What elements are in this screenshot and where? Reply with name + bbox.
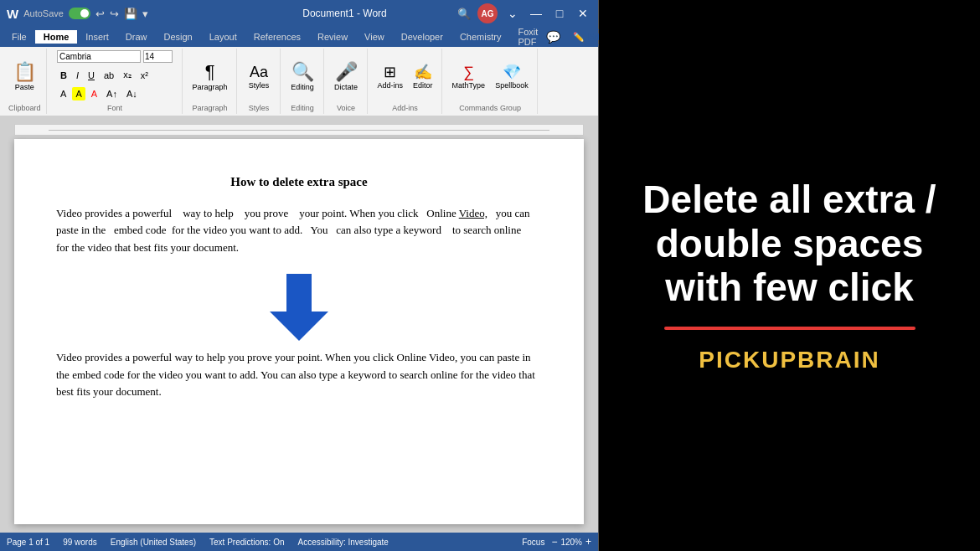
editing-icon: 🔍 xyxy=(291,63,314,81)
commands-label: Commands Group xyxy=(459,104,521,112)
paragraph-label: Paragraph xyxy=(193,104,228,112)
styles-label: Styles xyxy=(249,104,270,112)
focus-mode[interactable]: Focus xyxy=(522,538,544,547)
autosave-toggle[interactable] xyxy=(69,8,90,19)
ruler-line xyxy=(49,130,549,131)
font-format-row: B I U ab x₂ x² xyxy=(57,68,152,82)
addins-label: Add-ins xyxy=(378,81,404,90)
document-area: How to delete extra space Video provides… xyxy=(0,116,598,533)
paragraph-label: Paragraph xyxy=(193,83,228,91)
tab-draw[interactable]: Draw xyxy=(117,30,156,44)
word-window: W AutoSave ↩ ↪ 💾 ▾ Document1 - Word 🔍 AG… xyxy=(0,0,599,551)
styles-buttons: Aa Styles xyxy=(245,50,273,104)
after-text-content: Video provides a powerful way to help yo… xyxy=(56,351,535,399)
editing-btn-label: Editing xyxy=(291,83,314,91)
page[interactable]: How to delete extra space Video provides… xyxy=(14,139,584,524)
title-bar: W AutoSave ↩ ↪ 💾 ▾ Document1 - Word 🔍 AG… xyxy=(0,0,598,27)
ribbon-tabs: File Home Insert Draw Design Layout Refe… xyxy=(0,27,598,47)
editing-group-label: Editing xyxy=(291,104,314,112)
italic-button[interactable]: I xyxy=(73,69,82,82)
right-brand: PICKUPBRAIN xyxy=(699,347,879,373)
styles-group: Aa Styles Styles xyxy=(239,49,281,114)
status-bar: Page 1 of 1 99 words English (United Sta… xyxy=(0,533,598,551)
redo-icon[interactable]: ↪ xyxy=(110,8,119,20)
superscript-button[interactable]: x² xyxy=(137,69,152,82)
pencil-icon: ✏️ xyxy=(573,32,585,43)
mathtype-group: ∑ MathType 💎 Spellbook Commands Group xyxy=(444,49,538,114)
tab-design[interactable]: Design xyxy=(155,30,200,44)
paste-label: Paste xyxy=(15,83,34,91)
subscript-button[interactable]: x₂ xyxy=(120,68,135,82)
user-avatar: AG xyxy=(477,3,498,23)
editing-buttons: 🔍 Editing xyxy=(287,50,317,104)
underline-button[interactable]: U xyxy=(85,69,98,82)
strikethrough-button[interactable]: ab xyxy=(101,69,117,82)
dictate-button[interactable]: 🎤 Dictate xyxy=(331,61,361,93)
maximize-icon[interactable]: □ xyxy=(551,5,568,22)
search-icon[interactable]: 🔍 xyxy=(457,8,471,20)
paragraph-button[interactable]: ¶ Paragraph xyxy=(189,61,231,93)
editor-icon: ✍ xyxy=(414,64,432,80)
editor-button[interactable]: ✍ Editor xyxy=(410,63,436,91)
spellbook-label: Spellbook xyxy=(495,81,529,90)
mathtype-buttons: ∑ MathType 💎 Spellbook xyxy=(449,50,532,104)
text-predictions: Text Predictions: On xyxy=(209,538,284,547)
tab-review[interactable]: Review xyxy=(309,30,356,44)
before-text-paragraph: Video provides a powerful way to help yo… xyxy=(56,205,542,257)
tab-chemistry[interactable]: Chemistry xyxy=(451,30,510,44)
page-count: Page 1 of 1 xyxy=(7,538,49,547)
ribbon-collapse-icon[interactable]: ⌄ xyxy=(504,5,521,22)
document-heading: How to delete extra space xyxy=(56,173,542,192)
accessibility[interactable]: Accessibility: Investigate xyxy=(298,538,389,547)
zoom-level[interactable]: 120% xyxy=(560,538,582,547)
font-size-input[interactable] xyxy=(143,50,173,63)
addins-buttons: ⊞ Add-ins ✍ Editor xyxy=(374,50,436,104)
tab-view[interactable]: View xyxy=(356,30,393,44)
tab-insert[interactable]: Insert xyxy=(77,30,117,44)
clipboard-buttons: 📋 Paste xyxy=(10,50,39,104)
zoom-control: − 120% + xyxy=(551,536,591,548)
zoom-in-icon[interactable]: + xyxy=(585,536,591,548)
spellbook-icon: 💎 xyxy=(503,64,521,80)
autosave-toggle-knob xyxy=(80,9,89,18)
voice-buttons: 🎤 Dictate xyxy=(331,50,361,104)
shrink-font-button[interactable]: A↓ xyxy=(123,87,141,100)
right-panel: Delete all extra / double spaces with fe… xyxy=(599,0,980,551)
tab-home[interactable]: Home xyxy=(35,30,78,44)
font-color-button[interactable]: A xyxy=(88,87,101,100)
language: English (United States) xyxy=(111,538,196,547)
tab-references[interactable]: References xyxy=(245,30,309,44)
addins-button[interactable]: ⊞ Add-ins xyxy=(374,63,407,91)
save-icon[interactable]: 💾 xyxy=(124,8,137,20)
right-divider xyxy=(664,327,916,330)
comment-icon[interactable]: 💬 xyxy=(546,30,560,44)
clipboard-label: Clipboard xyxy=(8,104,41,112)
tab-layout[interactable]: Layout xyxy=(201,30,245,44)
undo-icon[interactable]: ↩ xyxy=(95,8,105,20)
paste-button[interactable]: 📋 Paste xyxy=(10,61,39,93)
spellbook-button[interactable]: 💎 Spellbook xyxy=(492,63,532,91)
tab-developer[interactable]: Developer xyxy=(393,30,451,44)
highlight-button[interactable]: A xyxy=(72,87,85,100)
styles-button[interactable]: Aa Styles xyxy=(245,63,273,91)
bold-button[interactable]: B xyxy=(57,69,70,82)
svg-marker-0 xyxy=(270,274,328,341)
grow-font-button[interactable]: A↑ xyxy=(103,87,121,100)
font-name-input[interactable] xyxy=(57,50,141,63)
tab-foxit[interactable]: Foxit PDF xyxy=(509,25,546,49)
editing-button[interactable]: 🔍 Editing xyxy=(287,61,317,93)
autosave-label: AutoSave xyxy=(23,8,64,18)
customize-qat-icon[interactable]: ▾ xyxy=(142,8,148,20)
right-heading: Delete all extra / double spaces with fe… xyxy=(632,178,946,311)
tab-file[interactable]: File xyxy=(3,30,35,44)
zoom-out-icon[interactable]: − xyxy=(551,536,557,548)
text-effect-button[interactable]: A xyxy=(57,87,70,100)
editor-label: Editor xyxy=(413,81,433,90)
after-text-paragraph: Video provides a powerful way to help yo… xyxy=(56,349,542,401)
word-count: 99 words xyxy=(63,538,97,547)
mathtype-button[interactable]: ∑ MathType xyxy=(449,63,489,91)
close-icon[interactable]: ✕ xyxy=(575,5,591,22)
dictate-label: Dictate xyxy=(334,83,358,91)
ruler xyxy=(14,124,584,136)
minimize-icon[interactable]: — xyxy=(528,5,544,22)
